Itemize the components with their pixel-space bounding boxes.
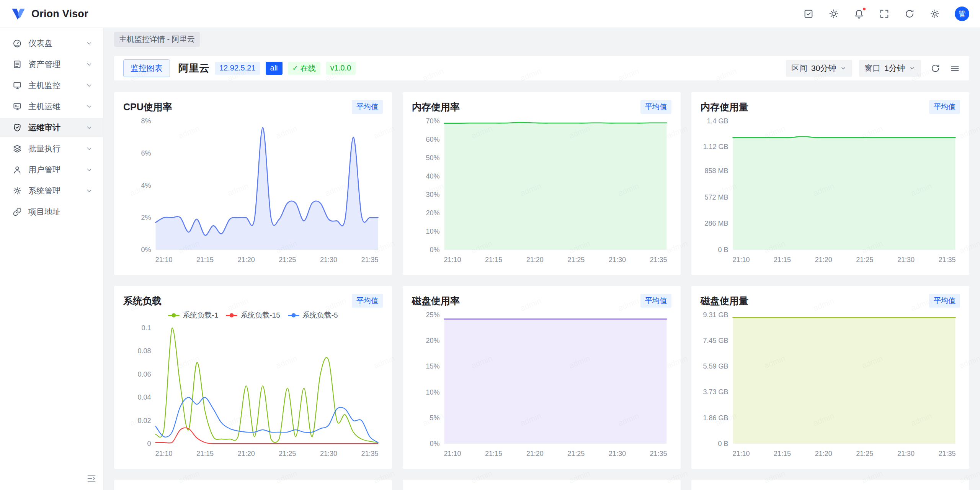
app-body: 仪表盘资产管理主机监控主机运维运维审计批量执行用户管理系统管理项目地址 主机监控… <box>0 28 980 490</box>
svg-text:21:15: 21:15 <box>196 256 214 264</box>
average-badge[interactable]: 平均值 <box>929 294 960 308</box>
interval-value: 30分钟 <box>811 63 836 74</box>
chevron-down-icon <box>85 166 93 174</box>
user-avatar[interactable]: 管 <box>955 7 969 21</box>
chart-title: 内存使用量 <box>701 101 748 113</box>
sidebar-item-label: 项目地址 <box>28 206 93 217</box>
svg-text:858 MB: 858 MB <box>704 167 728 175</box>
svg-text:21:30: 21:30 <box>320 450 337 457</box>
sidebar-item-8[interactable]: 项目地址 <box>0 202 103 221</box>
interval-label: 区间 <box>791 63 807 74</box>
charts-grid: CPU使用率平均值0%2%4%6%8%21:1021:1521:2021:252… <box>114 92 969 490</box>
svg-text:25%: 25% <box>426 311 439 319</box>
svg-text:5%: 5% <box>430 414 439 422</box>
svg-text:21:10: 21:10 <box>732 450 750 457</box>
theme-sun-icon[interactable] <box>828 8 839 19</box>
chart-card-partial <box>114 480 392 490</box>
svg-text:1.86 GB: 1.86 GB <box>703 414 728 422</box>
svg-text:0.1: 0.1 <box>141 324 151 332</box>
sidebar-item-0[interactable]: 仪表盘 <box>0 34 103 53</box>
svg-text:21:35: 21:35 <box>938 256 956 264</box>
chart-plot-disk-usage: 0 B1.86 GB3.73 GB5.59 GB7.45 GB9.31 GB21… <box>701 309 960 460</box>
chevron-down-icon <box>85 103 93 110</box>
app-logo[interactable]: Orion Visor <box>11 6 88 21</box>
host-ops-icon <box>12 102 22 111</box>
svg-text:21:10: 21:10 <box>155 450 172 457</box>
svg-text:21:20: 21:20 <box>815 256 832 264</box>
chart-card-mem-rate: 内存使用率平均值0%10%20%30%40%50%60%70%21:1021:1… <box>403 92 681 275</box>
average-badge[interactable]: 平均值 <box>640 100 671 114</box>
sidebar-item-2[interactable]: 主机监控 <box>0 76 103 95</box>
sidebar-item-6[interactable]: 用户管理 <box>0 160 103 179</box>
menu-icon[interactable] <box>950 63 960 74</box>
legend-item[interactable]: 系统负载-1 <box>168 310 218 320</box>
chart-plot-disk-rate: 0%5%10%15%20%25%21:1021:1521:2021:2521:3… <box>412 309 671 460</box>
chevron-down-icon <box>909 65 916 72</box>
average-badge[interactable]: 平均值 <box>352 100 383 114</box>
chart-plot-cpu: 0%2%4%6%8%21:1021:1521:2021:2521:3021:35 <box>123 115 383 266</box>
settings-gear-icon[interactable] <box>929 8 940 19</box>
sidebar-item-label: 主机运维 <box>28 101 85 112</box>
svg-text:21:15: 21:15 <box>485 450 502 457</box>
chevron-down-icon <box>85 39 93 47</box>
svg-text:21:20: 21:20 <box>526 450 544 457</box>
svg-text:21:10: 21:10 <box>444 450 461 457</box>
average-badge[interactable]: 平均值 <box>640 294 671 308</box>
svg-text:10%: 10% <box>426 388 439 396</box>
svg-text:0.06: 0.06 <box>137 370 151 378</box>
svg-text:21:20: 21:20 <box>815 450 832 457</box>
legend-label: 系统负载-1 <box>183 310 218 320</box>
monitor-icon <box>12 80 22 90</box>
sidebar-item-4[interactable]: 运维审计 <box>0 118 103 137</box>
svg-text:15%: 15% <box>426 362 439 370</box>
svg-text:21:35: 21:35 <box>650 256 667 264</box>
svg-text:21:25: 21:25 <box>279 450 296 457</box>
svg-text:21:30: 21:30 <box>609 256 626 264</box>
svg-text:40%: 40% <box>426 172 439 180</box>
legend-item[interactable]: 系统负载-5 <box>288 310 338 320</box>
chart-card-mem-usage: 内存使用量平均值0 B286 MB572 MB858 MB1.12 GB1.4 … <box>691 92 969 275</box>
system-gear-icon <box>12 186 22 196</box>
average-badge[interactable]: 平均值 <box>929 100 960 114</box>
sidebar-item-1[interactable]: 资产管理 <box>0 55 103 74</box>
svg-text:7.45 GB: 7.45 GB <box>703 337 728 344</box>
interval-select[interactable]: 区间 30分钟 <box>786 60 852 77</box>
sidebar-item-5[interactable]: 批量执行 <box>0 139 103 158</box>
sidebar-item-3[interactable]: 主机运维 <box>0 97 103 116</box>
svg-text:21:10: 21:10 <box>732 256 750 264</box>
main-content: 主机监控详情 - 阿里云 监控图表 阿里云 12.92.5.21ali✓在线v1… <box>103 28 980 490</box>
breadcrumb-item[interactable]: 主机监控详情 - 阿里云 <box>114 32 200 47</box>
notification-bell-icon[interactable] <box>854 8 864 19</box>
window-label: 窗口 <box>864 63 880 74</box>
svg-text:21:25: 21:25 <box>567 256 585 264</box>
user-icon <box>12 165 22 175</box>
monitor-chart-button[interactable]: 监控图表 <box>123 59 170 77</box>
svg-text:21:35: 21:35 <box>361 450 378 457</box>
gauge-icon <box>12 38 22 48</box>
svg-text:21:15: 21:15 <box>774 256 791 264</box>
sidebar-item-label: 资产管理 <box>28 59 85 70</box>
check-square-icon[interactable] <box>803 8 814 19</box>
chart-card-sys-load: 系统负载平均值系统负载-1系统负载-15系统负载-500.020.040.060… <box>114 286 392 469</box>
sidebar-item-7[interactable]: 系统管理 <box>0 181 103 200</box>
topbar: Orion Visor 管 <box>0 0 980 28</box>
window-value: 1分钟 <box>884 63 905 74</box>
window-select[interactable]: 窗口 1分钟 <box>859 60 921 77</box>
average-badge[interactable]: 平均值 <box>352 294 383 308</box>
svg-text:0: 0 <box>147 440 151 447</box>
svg-text:3.73 GB: 3.73 GB <box>703 388 728 396</box>
svg-text:21:10: 21:10 <box>155 256 172 264</box>
fullscreen-icon[interactable] <box>879 8 890 19</box>
chart-title: 磁盘使用率 <box>412 295 460 307</box>
chart-card-disk-usage: 磁盘使用量平均值0 B1.86 GB3.73 GB5.59 GB7.45 GB9… <box>691 286 969 469</box>
chevron-down-icon <box>840 65 847 72</box>
svg-text:30%: 30% <box>426 191 439 198</box>
svg-text:21:20: 21:20 <box>238 450 255 457</box>
chart-title: CPU使用率 <box>123 101 172 113</box>
refresh-icon[interactable] <box>904 8 915 19</box>
svg-text:0.02: 0.02 <box>137 417 151 424</box>
sidebar-collapse-icon[interactable] <box>86 473 97 484</box>
refresh-icon[interactable] <box>930 63 941 74</box>
legend-item[interactable]: 系统负载-15 <box>226 310 280 320</box>
audit-shield-icon <box>12 123 22 133</box>
